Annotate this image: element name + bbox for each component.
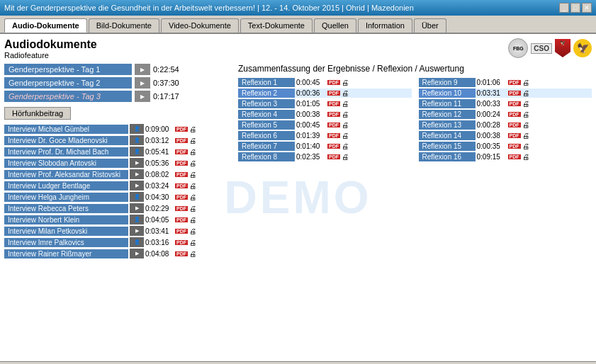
interview-item-4[interactable]: Interview Slobodan Antovski ▶ 0:05:36 PD… [4, 158, 231, 168]
print-icon-2[interactable]: 🖨 [189, 137, 196, 144]
reflexion-pdf-8[interactable]: PDF [327, 154, 340, 159]
reflexion-print-16[interactable]: 🖨 [522, 153, 529, 161]
reflexion-print-10[interactable]: 🖨 [522, 89, 529, 97]
reflexion-pdf-15[interactable]: PDF [508, 144, 521, 149]
tab-quellen[interactable]: Quellen [314, 18, 356, 33]
pdf-icon-9[interactable]: PDF [175, 217, 188, 222]
pdf-icon-10[interactable]: PDF [175, 229, 188, 234]
print-icon-7[interactable]: 🖨 [189, 193, 196, 201]
print-icon-1[interactable]: 🖨 [189, 125, 196, 133]
reflexion-item-1[interactable]: Reflexion 1 0:00:45 PDF 🖨 [238, 78, 412, 87]
reflexion-pdf-13[interactable]: PDF [508, 123, 521, 127]
reflexion-item-15[interactable]: Reflexion 15 0:00:35 PDF 🖨 [419, 142, 592, 151]
print-icon-4[interactable]: 🖨 [189, 159, 196, 167]
reflexion-print-9[interactable]: 🖨 [522, 79, 529, 86]
window-controls[interactable]: _ □ ✕ [559, 3, 592, 13]
reflexion-pdf-3[interactable]: PDF [327, 101, 340, 106]
reflexion-pdf-7[interactable]: PDF [327, 144, 340, 149]
interview-item-5[interactable]: Interview Prof. Aleksandar Ristovski ▶ 0… [4, 169, 231, 179]
reflexion-print-1[interactable]: 🖨 [342, 79, 349, 86]
maximize-button[interactable]: □ [570, 3, 580, 13]
pdf-icon-6[interactable]: PDF [175, 183, 188, 188]
reflexion-print-4[interactable]: 🖨 [342, 110, 349, 118]
reflexion-print-15[interactable]: 🖨 [522, 142, 529, 150]
pdf-icon-1[interactable]: PDF [175, 127, 188, 132]
reflexion-print-13[interactable]: 🖨 [522, 121, 529, 129]
reflexion-print-6[interactable]: 🖨 [342, 132, 349, 140]
print-icon-5[interactable]: 🖨 [189, 171, 196, 178]
reflexion-item-7[interactable]: Reflexion 7 0:01:40 PDF 🖨 [238, 142, 412, 151]
tab-audio-dokumente[interactable]: Audio-Dokumente [4, 18, 87, 33]
tab-information[interactable]: Information [358, 18, 412, 33]
reflexion-pdf-16[interactable]: PDF [508, 154, 521, 159]
reflexion-print-14[interactable]: 🖨 [522, 132, 529, 140]
pdf-icon-7[interactable]: PDF [175, 195, 188, 200]
reflexion-pdf-5[interactable]: PDF [327, 123, 340, 127]
pdf-icon-8[interactable]: PDF [175, 206, 188, 211]
reflexion-item-5[interactable]: Reflexion 5 0:00:45 PDF 🖨 [238, 120, 412, 130]
pdf-icon-2[interactable]: PDF [175, 138, 188, 143]
reflexion-pdf-9[interactable]: PDF [508, 80, 521, 85]
interview-item-11[interactable]: Interview Imre Palkovics 👤 0:03:16 PDF 🖨 [4, 237, 231, 247]
reflexion-item-11[interactable]: Reflexion 11 0:00:33 PDF 🖨 [419, 99, 592, 108]
reflexion-print-2[interactable]: 🖨 [342, 89, 349, 97]
reflexion-pdf-10[interactable]: PDF [508, 91, 521, 96]
interview-item-12[interactable]: Interview Rainer Rißmayer ▶ 0:04:08 PDF … [4, 249, 231, 258]
reflexion-item-9[interactable]: Reflexion 9 0:01:06 PDF 🖨 [419, 78, 592, 87]
print-icon-10[interactable]: 🖨 [189, 227, 196, 235]
interview-item-9[interactable]: Interview Norbert Klein 👤 0:04:05 PDF 🖨 [4, 215, 231, 224]
reflexion-item-10[interactable]: Reflexion 10 0:03:31 PDF 🖨 [419, 89, 592, 98]
pdf-icon-4[interactable]: PDF [175, 161, 188, 166]
interview-item-10[interactable]: Interview Milan Petkovski ▶ 0:03:41 PDF … [4, 226, 231, 236]
reflexion-print-11[interactable]: 🖨 [522, 100, 529, 108]
print-icon-6[interactable]: 🖨 [189, 182, 196, 190]
print-icon-9[interactable]: 🖨 [189, 216, 196, 224]
interview-item-3[interactable]: Interview Prof. Dr. Michael Bach 👤 0:05:… [4, 147, 231, 157]
pdf-icon-3[interactable]: PDF [175, 149, 188, 154]
close-button[interactable]: ✕ [582, 3, 592, 13]
reflexion-item-6[interactable]: Reflexion 6 0:01:39 PDF 🖨 [238, 131, 412, 140]
reflexion-item-2[interactable]: Reflexion 2 0:00:36 PDF 🖨 [238, 89, 412, 98]
reflexion-print-3[interactable]: 🖨 [342, 100, 349, 108]
interview-item-6[interactable]: Interview Ludger Bentlage ▶ 0:03:24 PDF … [4, 181, 231, 190]
minimize-button[interactable]: _ [559, 3, 569, 13]
reflexion-item-12[interactable]: Reflexion 12 0:00:24 PDF 🖨 [419, 110, 592, 119]
reflexion-pdf-12[interactable]: PDF [508, 112, 521, 117]
reflexion-item-4[interactable]: Reflexion 4 0:00:38 PDF 🖨 [238, 110, 412, 119]
reflexion-print-12[interactable]: 🖨 [522, 110, 529, 118]
reflexion-print-5[interactable]: 🖨 [342, 121, 349, 129]
reflexion-print-7[interactable]: 🖨 [342, 142, 349, 150]
interview-item-7[interactable]: Interview Helga Jungheim 👤 0:04:30 PDF 🖨 [4, 192, 231, 202]
reflexion-pdf-14[interactable]: PDF [508, 133, 521, 138]
radio-item-2[interactable]: Genderperspektive - Tag 2 ▶ 0:37:30 [4, 77, 231, 89]
reflexion-pdf-2[interactable]: PDF [327, 91, 340, 96]
tab-text-dokumente[interactable]: Text-Dokumente [240, 18, 313, 33]
pdf-icon-5[interactable]: PDF [175, 172, 188, 177]
tab-video-dokumente[interactable]: Video-Dokumente [161, 18, 239, 33]
content-columns: Genderperspektive - Tag 1 ▶ 0:22:54 Gend… [4, 64, 592, 260]
radio-item-3[interactable]: Genderperspektive - Tag 3 ▶ 0:17:17 [4, 91, 231, 102]
reflexion-pdf-11[interactable]: PDF [508, 101, 521, 106]
reflexion-item-8[interactable]: Reflexion 8 0:02:35 PDF 🖨 [238, 152, 412, 161]
reflexion-pdf-1[interactable]: PDF [327, 80, 340, 85]
interview-item-1[interactable]: Interview Michael Gümbel 👤 0:09:00 PDF 🖨 [4, 124, 231, 134]
tab-bild-dokumente[interactable]: Bild-Dokumente [89, 18, 159, 33]
reflexion-pdf-4[interactable]: PDF [327, 112, 340, 117]
print-icon-12[interactable]: 🖨 [189, 250, 196, 258]
reflexion-item-16[interactable]: Reflexion 16 0:09:15 PDF 🖨 [419, 152, 592, 161]
interview-item-2[interactable]: Interview Dr. Goce Mladenovski 👤 0:03:12… [4, 135, 231, 145]
reflexion-pdf-6[interactable]: PDF [327, 133, 340, 138]
radio-item-1[interactable]: Genderperspektive - Tag 1 ▶ 0:22:54 [4, 64, 231, 75]
print-icon-3[interactable]: 🖨 [189, 148, 196, 156]
pdf-icon-11[interactable]: PDF [175, 240, 188, 245]
pdf-icon-12[interactable]: PDF [175, 251, 188, 256]
reflexion-item-14[interactable]: Reflexion 14 0:00:38 PDF 🖨 [419, 131, 592, 140]
tab-ueber[interactable]: Über [414, 18, 446, 33]
print-icon-11[interactable]: 🖨 [189, 239, 196, 246]
reflexion-item-13[interactable]: Reflexion 13 0:00:28 PDF 🖨 [419, 120, 592, 130]
reflexion-item-3[interactable]: Reflexion 3 0:01:05 PDF 🖨 [238, 99, 412, 108]
hoerfunk-button[interactable]: Hörfunkbeitrag [4, 107, 71, 120]
interview-item-8[interactable]: Interview Rebecca Peters ▶ 0:02:29 PDF 🖨 [4, 203, 231, 213]
print-icon-8[interactable]: 🖨 [189, 205, 196, 212]
reflexion-print-8[interactable]: 🖨 [342, 153, 349, 161]
